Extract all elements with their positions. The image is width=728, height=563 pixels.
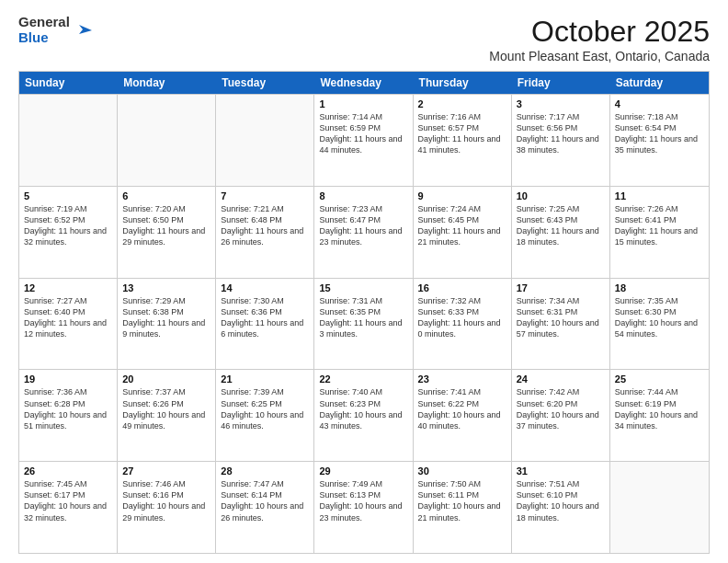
day-number: 5 [24,190,112,201]
day-number: 6 [122,190,210,201]
weekday-header-sunday: Sunday [19,72,118,94]
page-header: General Blue October 2025 Mount Pleasant… [18,15,710,63]
day-number: 26 [24,465,112,477]
calendar-cell: 11Sunrise: 7:26 AM Sunset: 6:41 PM Dayli… [610,187,709,278]
calendar-cell: 27Sunrise: 7:46 AM Sunset: 6:16 PM Dayli… [118,462,216,553]
day-info: Sunrise: 7:19 AM Sunset: 6:52 PM Dayligh… [24,203,112,248]
weekday-header-monday: Monday [118,72,216,94]
day-number: 13 [122,282,210,293]
day-number: 28 [221,465,309,477]
day-number: 12 [24,282,112,293]
day-info: Sunrise: 7:39 AM Sunset: 6:25 PM Dayligh… [221,386,309,431]
day-info: Sunrise: 7:31 AM Sunset: 6:35 PM Dayligh… [319,295,407,340]
calendar-cell: 21Sunrise: 7:39 AM Sunset: 6:25 PM Dayli… [216,370,314,461]
day-info: Sunrise: 7:37 AM Sunset: 6:26 PM Dayligh… [122,386,210,431]
day-info: Sunrise: 7:20 AM Sunset: 6:50 PM Dayligh… [122,203,210,248]
day-info: Sunrise: 7:51 AM Sunset: 6:10 PM Dayligh… [517,478,605,523]
day-number: 27 [122,465,210,477]
day-number: 20 [122,373,210,385]
logo-general: General [18,15,70,30]
day-number: 22 [319,373,407,385]
calendar-week-5: 26Sunrise: 7:45 AM Sunset: 6:17 PM Dayli… [19,461,709,553]
calendar-cell: 14Sunrise: 7:30 AM Sunset: 6:36 PM Dayli… [216,279,314,370]
day-info: Sunrise: 7:44 AM Sunset: 6:19 PM Dayligh… [615,386,704,431]
day-info: Sunrise: 7:27 AM Sunset: 6:40 PM Dayligh… [24,295,112,340]
calendar-cell: 26Sunrise: 7:45 AM Sunset: 6:17 PM Dayli… [19,462,118,553]
weekday-header-tuesday: Tuesday [216,72,314,94]
day-info: Sunrise: 7:18 AM Sunset: 6:54 PM Dayligh… [615,111,704,156]
calendar-cell: 7Sunrise: 7:21 AM Sunset: 6:48 PM Daylig… [216,187,314,278]
calendar-cell: 20Sunrise: 7:37 AM Sunset: 6:26 PM Dayli… [118,370,216,461]
day-info: Sunrise: 7:41 AM Sunset: 6:22 PM Dayligh… [418,386,506,431]
day-number: 16 [418,282,506,293]
calendar-week-3: 12Sunrise: 7:27 AM Sunset: 6:40 PM Dayli… [19,278,709,370]
day-info: Sunrise: 7:40 AM Sunset: 6:23 PM Dayligh… [319,386,407,431]
day-info: Sunrise: 7:36 AM Sunset: 6:28 PM Dayligh… [24,386,112,431]
calendar-week-4: 19Sunrise: 7:36 AM Sunset: 6:28 PM Dayli… [19,369,709,461]
day-number: 24 [517,373,605,385]
calendar-cell: 22Sunrise: 7:40 AM Sunset: 6:23 PM Dayli… [314,370,413,461]
calendar-cell: 10Sunrise: 7:25 AM Sunset: 6:43 PM Dayli… [512,187,610,278]
calendar-cell: 6Sunrise: 7:20 AM Sunset: 6:50 PM Daylig… [118,187,216,278]
calendar-cell: 12Sunrise: 7:27 AM Sunset: 6:40 PM Dayli… [19,279,118,370]
calendar-cell [19,95,118,186]
calendar-cell [118,95,216,186]
day-info: Sunrise: 7:21 AM Sunset: 6:48 PM Dayligh… [221,203,309,248]
day-number: 1 [319,98,407,109]
calendar-page: General Blue October 2025 Mount Pleasant… [0,0,728,563]
calendar-cell: 8Sunrise: 7:23 AM Sunset: 6:47 PM Daylig… [314,187,413,278]
month-title: October 2025 [489,15,710,49]
calendar-cell: 3Sunrise: 7:17 AM Sunset: 6:56 PM Daylig… [512,95,610,186]
day-number: 9 [418,190,506,201]
calendar-cell: 4Sunrise: 7:18 AM Sunset: 6:54 PM Daylig… [610,95,709,186]
calendar-cell: 30Sunrise: 7:50 AM Sunset: 6:11 PM Dayli… [414,462,512,553]
day-info: Sunrise: 7:26 AM Sunset: 6:41 PM Dayligh… [615,203,704,248]
logo: General Blue [18,15,92,45]
day-number: 29 [319,465,407,477]
day-info: Sunrise: 7:23 AM Sunset: 6:47 PM Dayligh… [319,203,407,248]
day-info: Sunrise: 7:50 AM Sunset: 6:11 PM Dayligh… [418,478,506,523]
calendar-cell: 5Sunrise: 7:19 AM Sunset: 6:52 PM Daylig… [19,187,118,278]
calendar-cell: 23Sunrise: 7:41 AM Sunset: 6:22 PM Dayli… [414,370,512,461]
day-info: Sunrise: 7:30 AM Sunset: 6:36 PM Dayligh… [221,295,309,340]
day-number: 25 [615,373,704,385]
day-info: Sunrise: 7:42 AM Sunset: 6:20 PM Dayligh… [517,386,605,431]
day-info: Sunrise: 7:25 AM Sunset: 6:43 PM Dayligh… [517,203,605,248]
day-number: 19 [24,373,112,385]
svg-marker-0 [79,25,92,34]
day-number: 21 [221,373,309,385]
day-info: Sunrise: 7:46 AM Sunset: 6:16 PM Dayligh… [122,478,210,523]
day-info: Sunrise: 7:24 AM Sunset: 6:45 PM Dayligh… [418,203,506,248]
calendar-cell: 2Sunrise: 7:16 AM Sunset: 6:57 PM Daylig… [414,95,512,186]
day-info: Sunrise: 7:35 AM Sunset: 6:30 PM Dayligh… [615,295,704,340]
day-number: 18 [615,282,704,293]
calendar-cell: 9Sunrise: 7:24 AM Sunset: 6:45 PM Daylig… [414,187,512,278]
calendar-week-1: 1Sunrise: 7:14 AM Sunset: 6:59 PM Daylig… [19,94,709,186]
calendar-cell: 16Sunrise: 7:32 AM Sunset: 6:33 PM Dayli… [414,279,512,370]
day-number: 30 [418,465,506,477]
day-number: 2 [418,98,506,109]
day-info: Sunrise: 7:32 AM Sunset: 6:33 PM Dayligh… [418,295,506,340]
weekday-header-wednesday: Wednesday [314,72,413,94]
calendar-cell: 25Sunrise: 7:44 AM Sunset: 6:19 PM Dayli… [610,370,709,461]
calendar-cell [216,95,314,186]
day-number: 17 [517,282,605,293]
day-info: Sunrise: 7:14 AM Sunset: 6:59 PM Dayligh… [319,111,407,156]
calendar-grid: SundayMondayTuesdayWednesdayThursdayFrid… [18,71,710,554]
weekday-header-saturday: Saturday [610,72,709,94]
calendar-cell [610,462,709,553]
calendar-cell: 31Sunrise: 7:51 AM Sunset: 6:10 PM Dayli… [512,462,610,553]
day-number: 4 [615,98,704,109]
day-number: 10 [517,190,605,201]
calendar-cell: 18Sunrise: 7:35 AM Sunset: 6:30 PM Dayli… [610,279,709,370]
day-number: 15 [319,282,407,293]
day-info: Sunrise: 7:17 AM Sunset: 6:56 PM Dayligh… [517,111,605,156]
calendar-cell: 28Sunrise: 7:47 AM Sunset: 6:14 PM Dayli… [216,462,314,553]
day-info: Sunrise: 7:47 AM Sunset: 6:14 PM Dayligh… [221,478,309,523]
day-info: Sunrise: 7:16 AM Sunset: 6:57 PM Dayligh… [418,111,506,156]
calendar-cell: 15Sunrise: 7:31 AM Sunset: 6:35 PM Dayli… [314,279,413,370]
day-number: 23 [418,373,506,385]
day-number: 7 [221,190,309,201]
calendar-cell: 1Sunrise: 7:14 AM Sunset: 6:59 PM Daylig… [314,95,413,186]
weekday-header-thursday: Thursday [414,72,512,94]
